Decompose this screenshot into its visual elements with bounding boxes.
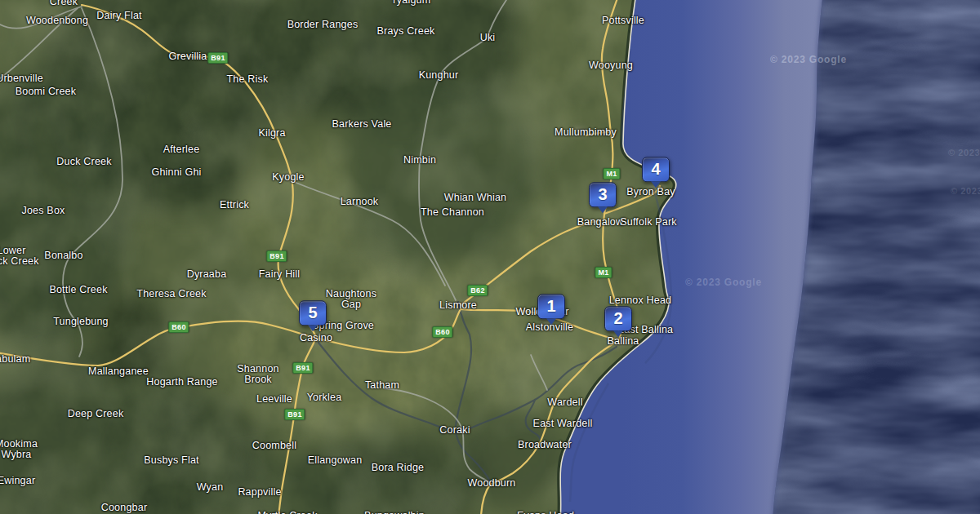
map-marker-number: 2 (613, 309, 622, 328)
map-marker-2[interactable]: 2 (604, 306, 632, 331)
map-marker-number: 4 (651, 160, 660, 179)
map-canvas[interactable]: CreekWoodenbongDairy FlatTyalgumBorder R… (0, 0, 980, 514)
map-marker-5[interactable]: 5 (299, 300, 327, 326)
map-marker-number: 1 (546, 297, 555, 316)
map-marker-number: 5 (308, 304, 317, 322)
map-marker-number: 3 (598, 185, 607, 204)
map-marker-3[interactable]: 3 (589, 182, 617, 207)
map-marker-1[interactable]: 1 (537, 294, 565, 319)
map-marker-4[interactable]: 4 (642, 157, 670, 182)
result-markers-layer: 12345 (0, 0, 980, 514)
